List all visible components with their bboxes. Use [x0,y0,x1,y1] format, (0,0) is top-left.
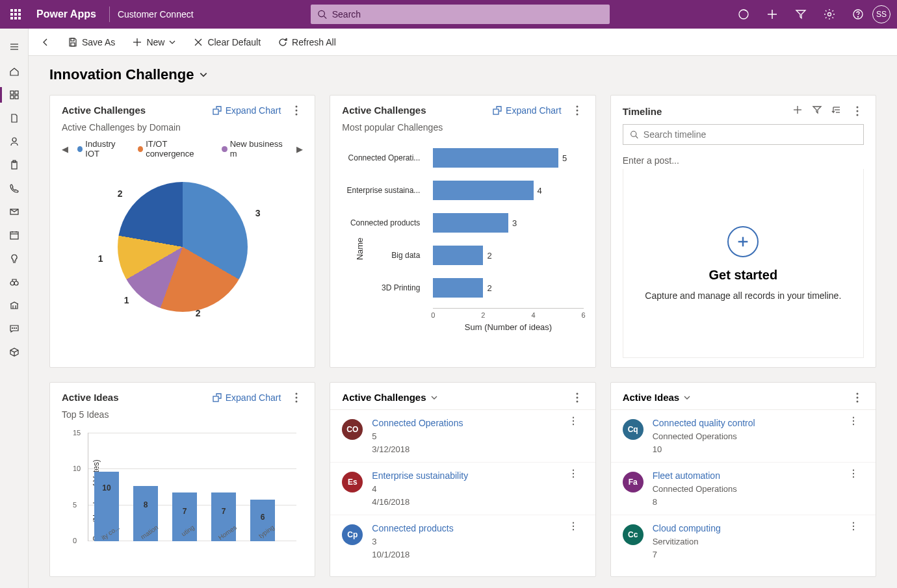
legend-item-0[interactable]: Industry IOT [77,139,129,159]
user-avatar[interactable]: SS [872,5,890,23]
chevron-down-icon [683,394,691,402]
svg-point-88 [853,529,854,530]
legend-item-1[interactable]: IT/OT convergence [138,139,213,159]
clear-default-button[interactable]: Clear Default [187,31,267,54]
enter-post[interactable]: Enter a post... [623,151,864,170]
save-as-button[interactable]: Save As [61,31,122,54]
svg-point-17 [12,138,16,142]
card-menu[interactable] [851,392,864,403]
list-item-menu[interactable] [572,469,584,481]
legend-next[interactable]: ▶ [296,144,303,154]
card-menu[interactable] [290,392,303,403]
nav-institution[interactable] [0,294,29,317]
list-item-line2: Servitization [653,535,843,548]
chart-subtitle: Top 5 Ideas [62,409,303,420]
list-item-menu[interactable] [852,416,864,428]
nav-package[interactable] [0,340,29,364]
nav-clipboard[interactable] [0,153,29,177]
legend-item-2[interactable]: New business m [222,139,287,159]
timeline-search[interactable] [623,124,864,145]
nav-binoculars[interactable] [0,270,29,294]
list-item-title[interactable]: Enterprise sustainability [372,469,562,483]
card-menu[interactable] [290,105,303,116]
list-item-line2: 4 [372,483,562,496]
list-item-menu[interactable] [852,469,864,481]
list-avatar: Cq [623,419,644,440]
list-item[interactable]: Fa Fleet automation Connected Operations… [611,463,876,515]
svg-point-54 [630,131,636,136]
environment-name[interactable]: Customer Connect [118,9,194,19]
card-menu[interactable] [571,392,584,403]
vbar-value: 6 [261,513,265,522]
nav-toggle[interactable] [0,34,29,60]
back-button[interactable] [34,31,57,54]
expand-label: Expand Chart [506,105,562,116]
page-title-dropdown[interactable]: Innovation Challenge [49,66,876,83]
help-icon[interactable] [844,0,872,29]
list-item-title[interactable]: Connected products [372,522,562,535]
card-vbar-ideas: Active Ideas Expand Chart Top 5 Ideas Su… [49,382,315,577]
legend-prev[interactable]: ◀ [62,144,68,154]
global-search-input[interactable] [332,9,603,19]
waffle-icon [10,9,21,19]
list-title-dropdown[interactable]: Active Ideas [623,392,692,403]
list-item[interactable]: Cp Connected products 3 10/1/2018 [330,515,595,567]
new-button[interactable]: New [125,31,183,54]
nav-home[interactable] [0,60,29,83]
nav-phone[interactable] [0,177,29,200]
svg-point-87 [853,526,854,527]
timeline-filter[interactable] [812,105,822,118]
svg-point-61 [296,400,298,402]
add-icon[interactable] [758,0,786,29]
chart-subtitle: Most popular Challenges [342,122,583,133]
list-item-title[interactable]: Fleet automation [653,469,843,483]
divider [109,6,110,22]
app-launcher[interactable] [0,0,31,29]
list-item-menu[interactable] [852,522,864,533]
expand-chart-button[interactable]: Expand Chart [493,105,562,116]
card-menu[interactable] [851,106,864,116]
list-item-line3: 10 [653,443,843,456]
list-item-title[interactable]: Connected Operations [372,416,562,430]
expand-chart-button[interactable]: Expand Chart [213,105,281,116]
list-item-menu[interactable] [572,416,584,428]
svg-point-40 [296,113,298,115]
list-item-line3: 10/1/2018 [372,548,562,561]
expand-chart-button[interactable]: Expand Chart [213,392,281,403]
pie-label: 2 [118,188,123,199]
nav-document[interactable] [0,107,29,130]
list-item-menu[interactable] [572,522,584,533]
nav-calendar[interactable] [0,224,29,247]
settings-icon[interactable] [815,0,844,29]
list-item[interactable]: Cc Cloud computing Servitization 7 [611,515,876,567]
timeline-add-record[interactable] [727,226,759,257]
filter-icon[interactable] [786,0,815,29]
activity-icon[interactable] [729,0,758,29]
list-item-title[interactable]: Cloud computing [653,522,843,535]
card-menu[interactable] [571,105,584,116]
list-item[interactable]: Es Enterprise sustainability 4 4/16/2018 [330,463,595,515]
svg-rect-16 [15,96,18,99]
list-item-line3: 8 [653,496,843,509]
timeline-search-input[interactable] [644,129,857,140]
nav-dashboard[interactable] [0,83,29,107]
vbar-value: 7 [222,507,226,516]
list-item-line3: 4/16/2018 [372,496,562,509]
hbar-row: Connected products 3 [433,207,583,239]
card-pie-challenges: Active Challenges Expand Chart Active Ch… [49,95,315,368]
nav-contact[interactable] [0,130,29,153]
timeline-add[interactable] [792,105,803,118]
save-as-label: Save As [82,37,115,47]
refresh-all-button[interactable]: Refresh All [271,31,343,54]
nav-mail[interactable] [0,200,29,224]
list-item-line2: 5 [372,430,562,443]
vbar-item: 10 ity co... [94,472,119,541]
timeline-sort[interactable] [831,105,842,118]
list-item[interactable]: CO Connected Operations 5 3/12/2018 [330,410,595,463]
nav-idea[interactable] [0,247,29,270]
list-title-dropdown[interactable]: Active Challenges [342,392,437,403]
global-search[interactable] [311,5,610,24]
nav-chat[interactable] [0,317,29,340]
list-item-title[interactable]: Connected quality control [653,416,843,430]
list-item[interactable]: Cq Connected quality control Connected O… [611,410,876,463]
